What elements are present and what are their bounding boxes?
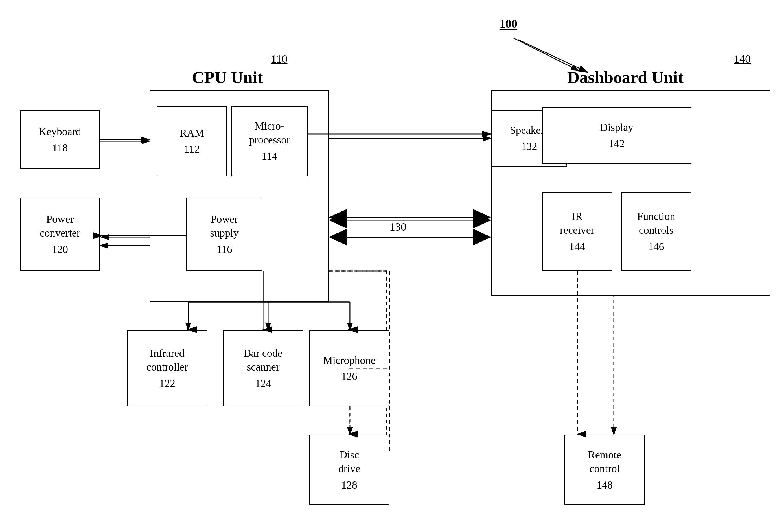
main-ref-label: 100 — [500, 17, 517, 30]
disc-drive-ref: 128 — [341, 478, 357, 492]
function-controls-label: Functioncontrols — [637, 209, 675, 237]
cpu-unit-label: CPU Unit — [192, 68, 263, 87]
infrared-controller-label: Infraredcontroller — [146, 346, 188, 374]
diagram: 100 CPU Unit 110 Dashboard Unit 140 Keyb… — [0, 0, 784, 532]
ir-receiver-label: IRreceiver — [560, 209, 594, 237]
power-supply-label: Powersupply — [210, 212, 239, 240]
svg-marker-36 — [329, 229, 347, 246]
microphone-box: Microphone 126 — [309, 330, 389, 407]
microphone-label: Microphone — [323, 353, 375, 367]
ram-label: RAM — [180, 126, 204, 140]
display-ref: 142 — [609, 137, 625, 150]
barcode-scanner-label: Bar codescanner — [244, 346, 282, 374]
microprocessor-label: Micro-processor — [249, 119, 290, 147]
power-supply-ref: 116 — [217, 243, 232, 256]
svg-line-4 — [514, 38, 579, 71]
remote-control-ref: 148 — [597, 478, 613, 492]
cpu-unit-ref: 110 — [271, 52, 287, 65]
ir-receiver-box: IRreceiver 144 — [542, 192, 612, 271]
barcode-scanner-box: Bar codescanner 124 — [223, 330, 303, 407]
power-converter-ref: 120 — [52, 243, 68, 256]
barcode-scanner-ref: 124 — [255, 376, 271, 390]
keyboard-label: Keyboard — [39, 125, 81, 139]
power-converter-box: Powerconverter 120 — [20, 198, 100, 271]
disc-drive-label: Discdrive — [338, 448, 360, 476]
bus-ref-label: 130 — [389, 220, 407, 233]
remote-control-label: Remotecontrol — [588, 448, 621, 476]
disc-drive-box: Discdrive 128 — [309, 435, 389, 505]
infrared-controller-ref: 122 — [159, 376, 175, 390]
svg-marker-8 — [329, 212, 347, 229]
svg-marker-38 — [473, 229, 491, 246]
power-converter-label: Powerconverter — [40, 212, 80, 240]
infrared-controller-box: Infraredcontroller 122 — [127, 330, 207, 407]
svg-marker-35 — [473, 209, 491, 226]
dashboard-unit-label: Dashboard Unit — [567, 68, 683, 87]
display-label: Display — [600, 120, 633, 134]
function-controls-ref: 146 — [648, 240, 664, 253]
remote-control-box: Remotecontrol 148 — [564, 435, 645, 505]
microprocessor-ref: 114 — [262, 149, 277, 163]
svg-line-29 — [518, 39, 587, 72]
display-box: Display 142 — [542, 107, 692, 164]
ram-box: RAM 112 — [157, 106, 227, 176]
svg-marker-33 — [329, 209, 347, 226]
ram-ref: 112 — [184, 142, 200, 156]
svg-marker-10 — [473, 212, 491, 229]
svg-marker-11 — [329, 229, 347, 246]
speakers-ref: 132 — [521, 139, 537, 153]
ir-receiver-ref: 144 — [569, 240, 585, 253]
svg-marker-13 — [473, 229, 491, 246]
keyboard-ref: 118 — [52, 141, 68, 155]
dashboard-unit-ref: 140 — [734, 52, 751, 65]
function-controls-box: Functioncontrols 146 — [621, 192, 692, 271]
microphone-ref: 126 — [341, 369, 357, 383]
power-supply-box: Powersupply 116 — [186, 198, 262, 271]
keyboard-box: Keyboard 118 — [20, 110, 100, 169]
microprocessor-box: Micro-processor 114 — [231, 106, 308, 176]
